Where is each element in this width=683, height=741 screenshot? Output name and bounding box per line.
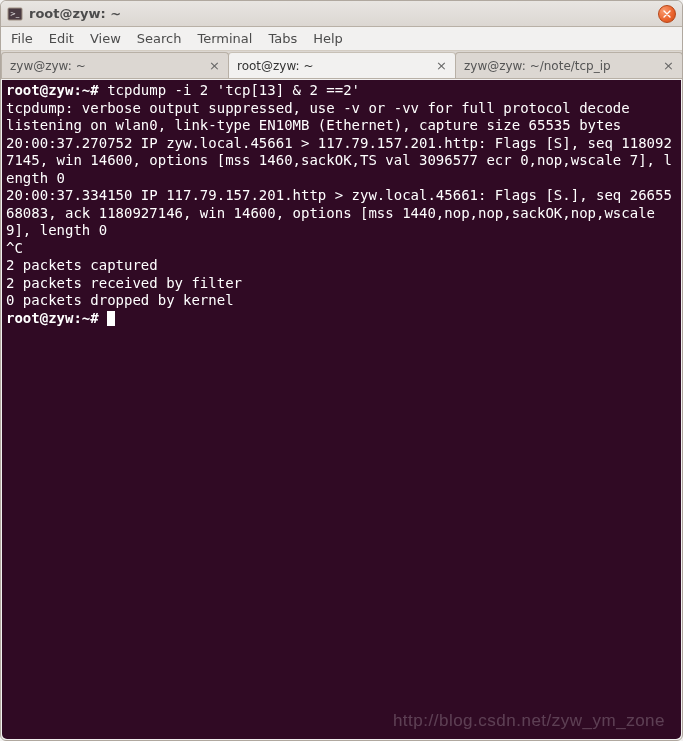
tab-1[interactable]: zyw@zyw: ~ × — [1, 52, 229, 78]
shell-trail — [99, 310, 107, 326]
menu-tabs[interactable]: Tabs — [260, 29, 305, 48]
tab-label: zyw@zyw: ~ — [10, 59, 203, 73]
shell-prompt: root@zyw:~# — [6, 82, 99, 98]
close-icon[interactable]: × — [203, 58, 220, 73]
menu-file[interactable]: File — [3, 29, 41, 48]
window-title: root@zyw: ~ — [29, 6, 121, 21]
tab-bar: zyw@zyw: ~ × root@zyw: ~ × zyw@zyw: ~/no… — [1, 51, 682, 79]
watermark-text: http://blog.csdn.net/zyw_ym_zone — [393, 712, 665, 730]
close-icon[interactable]: × — [430, 58, 447, 73]
menu-terminal[interactable]: Terminal — [189, 29, 260, 48]
svg-text:>_: >_ — [10, 10, 20, 18]
menu-view[interactable]: View — [82, 29, 129, 48]
tab-3[interactable]: zyw@zyw: ~/note/tcp_ip × — [455, 52, 683, 78]
terminal-viewport[interactable]: root@zyw:~# tcpdump -i 2 'tcp[13] & 2 ==… — [2, 80, 681, 739]
menu-edit[interactable]: Edit — [41, 29, 82, 48]
window-close-button[interactable] — [658, 5, 676, 23]
tab-label: zyw@zyw: ~/note/tcp_ip — [464, 59, 657, 73]
close-icon[interactable]: × — [657, 58, 674, 73]
terminal-app-icon: >_ — [7, 6, 23, 22]
text-cursor — [107, 311, 115, 326]
tab-label: root@zyw: ~ — [237, 59, 430, 73]
menu-bar: File Edit View Search Terminal Tabs Help — [1, 27, 682, 51]
menu-search[interactable]: Search — [129, 29, 190, 48]
window-titlebar: >_ root@zyw: ~ — [1, 1, 682, 27]
menu-help[interactable]: Help — [305, 29, 351, 48]
terminal-output: tcpdump: verbose output suppressed, use … — [6, 100, 672, 309]
tab-2[interactable]: root@zyw: ~ × — [228, 52, 456, 78]
shell-prompt: root@zyw:~# — [6, 310, 99, 326]
shell-command: tcpdump -i 2 'tcp[13] & 2 ==2' — [99, 82, 360, 98]
